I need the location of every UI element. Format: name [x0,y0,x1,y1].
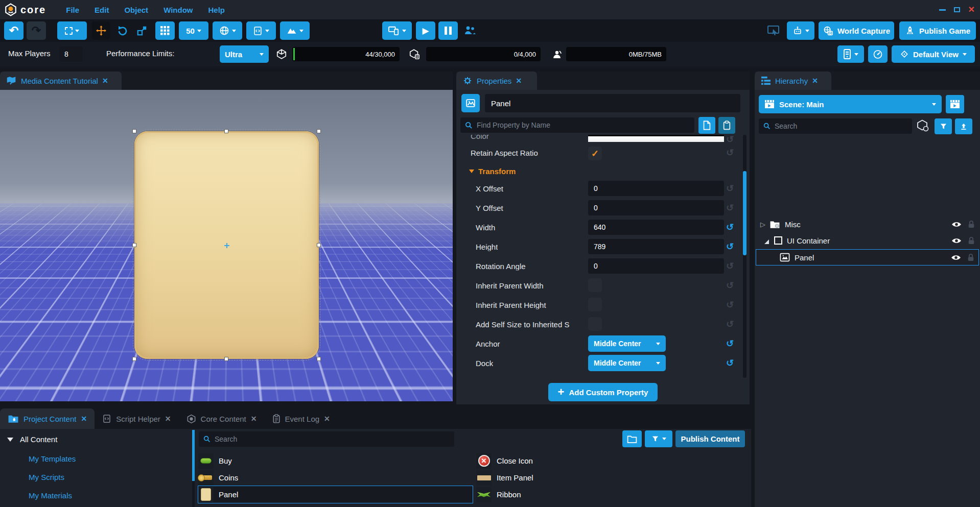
add-custom-property-button[interactable]: + Add Custom Property [548,383,658,401]
tree-item-my-templates[interactable]: My Templates [29,454,76,463]
hierarchy-row-ui-container[interactable]: UI Container [756,233,979,248]
reset-icon[interactable]: ↺ [726,183,734,194]
dock-dropdown[interactable]: Middle Center [588,355,666,371]
tree-item-my-materials[interactable]: My Materials [29,491,72,500]
reset-icon[interactable]: ↺ [726,280,734,291]
scrollbar-thumb[interactable] [192,430,195,481]
height-input[interactable] [588,239,724,254]
all-content-row[interactable]: All Content [7,435,57,444]
tab-properties[interactable]: Properties ✕ [456,71,537,90]
hierarchy-search-input[interactable] [775,122,908,130]
max-players-input[interactable] [59,46,83,62]
capture-settings-dropdown[interactable] [787,21,814,40]
expand-expanded-icon[interactable] [760,239,769,244]
asset-row-ribbon[interactable]: Ribbon [476,486,747,503]
performance-gauge-button[interactable] [868,45,888,63]
object-name-input[interactable] [485,94,740,112]
menu-help[interactable]: Help [200,6,232,14]
selection-handle[interactable] [224,357,228,361]
screen-share-button[interactable] [764,21,783,40]
script-tools-dropdown[interactable] [246,21,276,40]
reset-icon[interactable]: ↺ [726,222,734,233]
scale-tool-button[interactable] [134,21,150,40]
tab-script-helper[interactable]: Script Helper ✕ [95,408,178,429]
transform-section-header[interactable]: Transform [456,163,740,179]
close-tab-icon[interactable]: ✕ [324,415,330,423]
asset-row-close-icon[interactable]: ✕ Close Icon [476,452,747,469]
preview-mode-dropdown[interactable] [382,21,412,40]
reset-icon[interactable]: ↺ [726,135,734,145]
lock-icon[interactable] [968,236,975,245]
publish-content-button[interactable]: Publish Content [675,430,745,447]
menu-window[interactable]: Window [156,6,200,14]
scene-manager-button[interactable] [946,95,964,113]
reset-icon[interactable]: ↺ [726,319,734,330]
minimize-button[interactable] [939,9,946,11]
selection-handle[interactable] [132,243,136,247]
reset-icon[interactable]: ↺ [726,338,734,349]
hierarchy-row-panel[interactable]: Panel [756,249,979,265]
rotate-tool-button[interactable] [114,21,131,40]
visibility-eye-icon[interactable] [951,221,962,228]
selection-handle[interactable] [224,129,228,133]
y-offset-input[interactable] [588,200,724,215]
close-tab-icon[interactable]: ✕ [251,415,257,423]
add-self-size-checkbox[interactable] [588,317,602,331]
reset-icon[interactable]: ↺ [726,147,734,158]
expand-collapsed-icon[interactable]: ▷ [760,221,765,228]
anchor-dropdown[interactable]: Middle Center [588,335,666,352]
performance-panel-dropdown[interactable] [837,45,864,63]
grid-snap-button[interactable] [155,21,175,40]
tab-hierarchy[interactable]: Hierarchy ✕ [755,71,831,90]
reset-icon[interactable]: ↺ [726,357,734,369]
select-mode-dropdown[interactable] [57,21,87,40]
tab-media-content-tutorial[interactable]: Media Content Tutorial ✕ [0,71,122,90]
property-search-box[interactable] [460,117,694,133]
restore-button[interactable] [954,7,960,12]
color-swatch[interactable] [588,135,724,142]
properties-scrollbar[interactable] [743,135,746,378]
selection-handle[interactable] [132,129,136,133]
image-flip-section-header[interactable]: Image Flip [456,375,740,378]
new-folder-button[interactable] [622,430,642,447]
grid-size-dropdown[interactable]: 50 [179,21,208,40]
default-view-dropdown[interactable]: Default View [892,45,975,63]
performance-limits-dropdown[interactable]: Ultra [220,45,269,63]
asset-row-buy[interactable]: Buy [198,452,473,469]
terrain-tools-dropdown[interactable] [280,21,310,40]
group-select-icon[interactable] [916,119,929,132]
reset-icon[interactable]: ↺ [726,299,734,310]
content-search-input[interactable] [215,435,450,443]
world-settings-dropdown[interactable] [213,21,242,40]
width-input[interactable] [588,220,724,235]
selection-handle[interactable] [317,129,321,133]
reset-icon[interactable]: ↺ [726,202,734,213]
selection-handle[interactable] [317,243,321,247]
reset-icon[interactable]: ↺ [726,260,734,272]
close-tab-icon[interactable]: ✕ [81,415,87,423]
tab-project-content[interactable]: Project Content ✕ [0,408,95,429]
menu-file[interactable]: File [58,6,87,14]
x-offset-input[interactable] [588,181,724,196]
import-export-button[interactable] [955,118,972,134]
copy-properties-button[interactable] [698,117,715,134]
close-tab-icon[interactable]: ✕ [516,77,522,85]
asset-row-coins[interactable]: Coins [198,469,473,486]
selection-handle[interactable] [317,357,321,361]
property-search-input[interactable] [477,121,690,129]
hierarchy-filter-button[interactable] [935,118,952,134]
hierarchy-search-box[interactable] [759,118,912,134]
redo-button[interactable]: ↷ [27,21,46,40]
undo-button[interactable]: ↶ [4,21,24,40]
rotation-angle-input[interactable] [588,258,724,274]
world-capture-button[interactable]: World Capture [819,21,894,40]
close-tab-icon[interactable]: ✕ [102,77,108,85]
selection-handle[interactable] [132,357,136,361]
inherit-width-checkbox[interactable] [588,278,602,292]
menu-edit[interactable]: Edit [87,6,116,14]
reset-icon[interactable]: ↺ [726,241,734,252]
lock-icon[interactable] [967,253,974,261]
content-filter-dropdown[interactable] [645,430,672,447]
menu-object[interactable]: Object [116,6,156,14]
tree-item-my-scripts[interactable]: My Scripts [29,473,64,481]
